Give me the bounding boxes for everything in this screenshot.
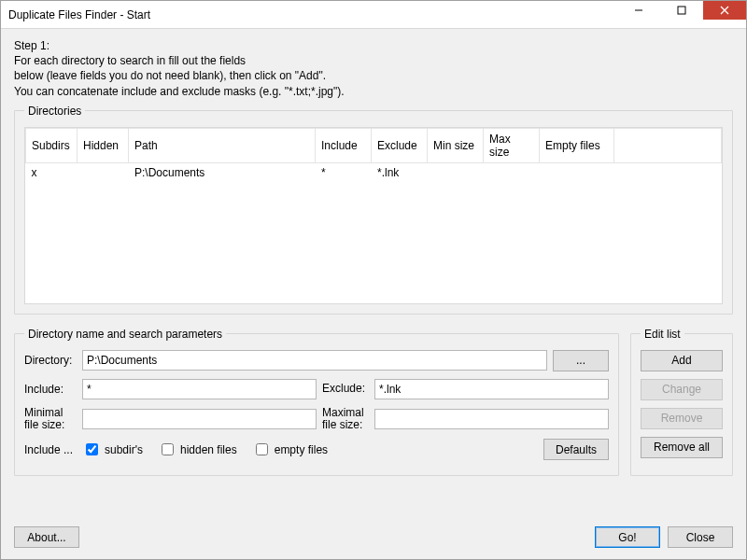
cell-hidden (78, 162, 129, 182)
maxsize-label: Maximal file size: (322, 407, 369, 431)
hidden-check-label: hidden files (180, 443, 237, 456)
change-button[interactable]: Change (641, 379, 723, 400)
cell-minsize (428, 162, 484, 182)
svg-rect-1 (678, 7, 685, 14)
col-include[interactable]: Include (316, 128, 372, 162)
col-hidden[interactable]: Hidden (78, 128, 129, 162)
editlist-legend: Edit list (641, 328, 684, 341)
removeall-button[interactable]: Remove all (641, 437, 723, 458)
defaults-button[interactable]: Defaults (543, 439, 609, 460)
subdirs-checkbox[interactable] (86, 443, 98, 455)
cell-subdirs: x (26, 162, 78, 182)
col-filler (614, 128, 722, 162)
col-maxsize[interactable]: Max size (484, 128, 540, 162)
editlist-group: Edit list Add Change Remove Remove all (630, 328, 733, 476)
col-empty[interactable]: Empty files (540, 128, 614, 162)
close-window-button[interactable] (703, 1, 746, 20)
directories-legend: Directories (24, 105, 85, 118)
add-button[interactable]: Add (641, 350, 723, 371)
close-button[interactable]: Close (668, 526, 733, 548)
minsize-input[interactable] (82, 409, 317, 429)
app-window: Duplicate Files Finder - Start Step 1: F… (0, 0, 747, 560)
step-heading: Step 1: (14, 38, 733, 53)
content-area: Step 1: For each directory to search in … (1, 29, 746, 521)
subdirs-check-label: subdir's (105, 443, 143, 456)
window-title: Duplicate Files Finder - Start (8, 8, 617, 21)
step-line3: You can concatenate include and exclude … (14, 84, 733, 99)
step-line1: For each directory to search in fill out… (14, 53, 733, 68)
cell-empty (540, 162, 614, 182)
cell-path: P:\Documents (129, 162, 316, 182)
subdirs-check[interactable]: subdir's (82, 441, 143, 458)
directory-label: Directory: (24, 354, 77, 367)
step-line2: below (leave fields you do not need blan… (14, 68, 733, 83)
include-opts-label: Include ... (24, 443, 77, 456)
col-exclude[interactable]: Exclude (372, 128, 428, 162)
params-legend: Directory name and search parameters (24, 328, 226, 341)
table-header-row: Subdirs Hidden Path Include Exclude Min … (26, 128, 722, 162)
cell-include: * (316, 162, 372, 182)
params-group: Directory name and search parameters Dir… (14, 328, 619, 476)
col-minsize[interactable]: Min size (428, 128, 484, 162)
directories-group: Directories Subdirs Hidden Path Include … (14, 105, 733, 315)
hidden-check[interactable]: hidden files (158, 441, 237, 458)
empty-check[interactable]: empty files (252, 441, 328, 458)
table-row[interactable]: x P:\Documents * *.lnk (26, 162, 722, 182)
exclude-input[interactable] (374, 379, 609, 399)
cell-maxsize (484, 162, 540, 182)
go-button[interactable]: Go! (595, 526, 660, 548)
about-button[interactable]: About... (14, 526, 79, 548)
include-label: Include: (24, 383, 77, 396)
col-path[interactable]: Path (129, 128, 316, 162)
hidden-checkbox[interactable] (162, 443, 174, 455)
browse-button[interactable]: ... (553, 350, 609, 371)
col-subdirs[interactable]: Subdirs (26, 128, 78, 162)
empty-check-label: empty files (275, 443, 328, 456)
titlebar[interactable]: Duplicate Files Finder - Start (1, 1, 746, 29)
step-instructions: Step 1: For each directory to search in … (14, 38, 733, 99)
minsize-label: Minimal file size: (24, 407, 77, 431)
maxsize-input[interactable] (374, 409, 609, 429)
directory-input[interactable] (82, 350, 547, 371)
remove-button[interactable]: Remove (641, 408, 723, 429)
directories-table: Subdirs Hidden Path Include Exclude Min … (25, 128, 722, 182)
exclude-label: Exclude: (322, 383, 369, 395)
empty-checkbox[interactable] (256, 443, 268, 455)
cell-exclude: *.lnk (372, 162, 428, 182)
bottom-bar: About... Go! Close (1, 521, 746, 559)
minimize-button[interactable] (617, 1, 660, 20)
maximize-button[interactable] (660, 1, 703, 20)
directories-table-wrap[interactable]: Subdirs Hidden Path Include Exclude Min … (24, 127, 723, 304)
include-input[interactable] (82, 379, 317, 399)
